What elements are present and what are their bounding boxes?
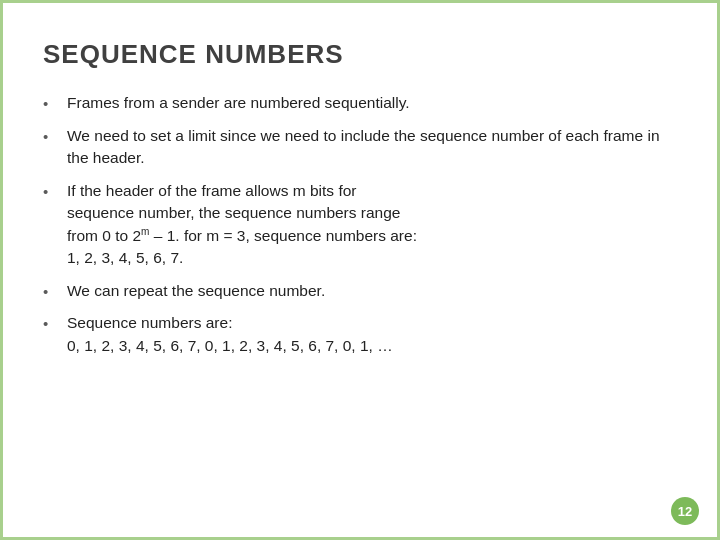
page-number: 12 [671, 497, 699, 525]
list-item-text: Sequence numbers are: 0, 1, 2, 3, 4, 5, … [67, 312, 669, 357]
list-item: • Frames from a sender are numbered sequ… [43, 92, 669, 115]
list-item-text: We can repeat the sequence number. [67, 280, 669, 302]
slide: Sequence Numbers • Frames from a sender … [0, 0, 720, 540]
bullet-icon: • [43, 281, 61, 303]
slide-title: Sequence Numbers [43, 39, 669, 70]
bullet-icon: • [43, 313, 61, 335]
bullet-icon: • [43, 93, 61, 115]
list-item-text: If the header of the frame allows m bits… [67, 180, 669, 270]
list-item-text: We need to set a limit since we need to … [67, 125, 669, 170]
list-item: • Sequence numbers are: 0, 1, 2, 3, 4, 5… [43, 312, 669, 357]
bullet-icon: • [43, 181, 61, 203]
list-item-text: Frames from a sender are numbered sequen… [67, 92, 669, 114]
list-item: • We can repeat the sequence number. [43, 280, 669, 303]
list-item: • We need to set a limit since we need t… [43, 125, 669, 170]
list-item: • If the header of the frame allows m bi… [43, 180, 669, 270]
content-list: • Frames from a sender are numbered sequ… [43, 92, 669, 357]
bullet-icon: • [43, 126, 61, 148]
